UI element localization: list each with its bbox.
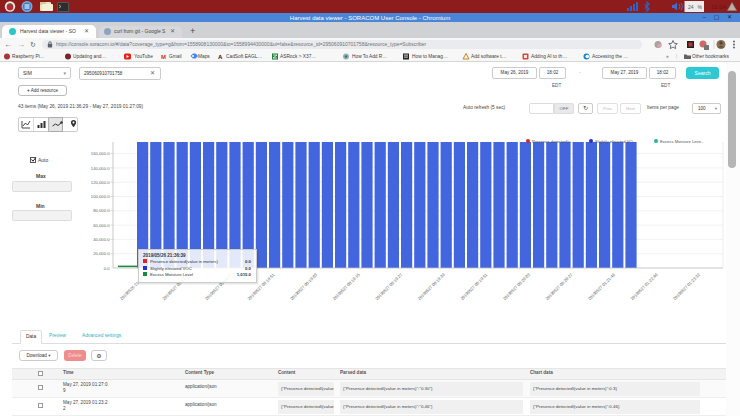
- svg-text:20,000.0: 20,000.0: [93, 251, 110, 256]
- svg-text:40,000.0: 40,000.0: [93, 237, 110, 242]
- svg-text:20190527 00:19:27: 20190527 00:19:27: [374, 272, 404, 302]
- svg-text:24: 24: [688, 4, 694, 10]
- svg-text:A: A: [218, 54, 223, 60]
- svg-text:100,000.0: 100,000.0: [91, 194, 110, 199]
- svg-text:0.0: 0.0: [104, 266, 110, 271]
- svg-text:120,000.0: 120,000.0: [91, 180, 110, 185]
- svg-text:20190527 00:19:15: 20190527 00:19:15: [332, 272, 362, 302]
- svg-text:20190527 00:19:51: 20190527 00:19:51: [459, 272, 489, 302]
- svg-text:Presence detected(v...: Presence detected(v...: [532, 139, 574, 144]
- svg-text:20190527 01:22:40: 20190527 01:22:40: [630, 272, 660, 302]
- svg-text:%: %: [698, 4, 703, 10]
- svg-text:20190527 00:19:03: 20190527 00:19:03: [289, 272, 319, 302]
- svg-text:Excess Moisture Leve...: Excess Moisture Leve...: [660, 139, 704, 144]
- svg-text:60,000.0: 60,000.0: [93, 223, 110, 228]
- svg-text:140,000.0: 140,000.0: [91, 166, 110, 171]
- svg-text:160,000.0: 160,000.0: [91, 151, 110, 156]
- svg-text:20190527 00:19:39: 20190527 00:19:39: [417, 272, 447, 302]
- svg-text:20190527 01:23:32: 20190527 01:23:32: [672, 272, 702, 302]
- svg-text:20190527 01:21:48: 20190527 01:21:48: [587, 272, 617, 302]
- svg-text:20190527 00:20:27: 20190527 00:20:27: [544, 272, 574, 302]
- svg-text:M: M: [161, 54, 166, 60]
- svg-text:80,000.0: 80,000.0: [93, 208, 110, 213]
- svg-text:Slightly elevated VO...: Slightly elevated VO...: [595, 139, 636, 144]
- svg-text:20190527 00:20:03: 20190527 00:20:03: [502, 272, 532, 302]
- svg-text:15:04: 15:04: [711, 4, 727, 10]
